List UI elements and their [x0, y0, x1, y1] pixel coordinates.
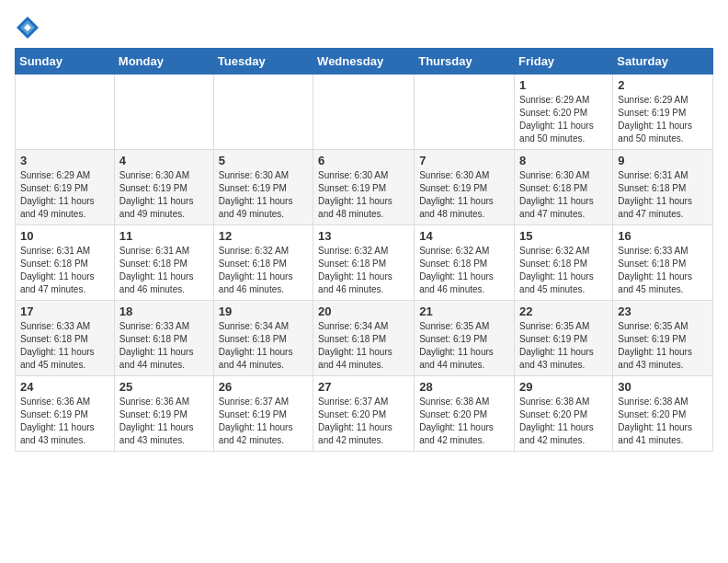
day-header-wednesday: Wednesday	[313, 49, 415, 75]
day-number: 27	[318, 380, 409, 394]
day-info: Sunrise: 6:31 AM Sunset: 6:18 PM Dayligh…	[119, 245, 209, 296]
calendar-cell: 5Sunrise: 6:30 AM Sunset: 6:19 PM Daylig…	[213, 150, 313, 225]
calendar-cell	[114, 75, 213, 150]
calendar-cell: 18Sunrise: 6:33 AM Sunset: 6:18 PM Dayli…	[114, 301, 213, 376]
week-row-4: 17Sunrise: 6:33 AM Sunset: 6:18 PM Dayli…	[16, 301, 713, 376]
calendar-cell: 30Sunrise: 6:38 AM Sunset: 6:20 PM Dayli…	[613, 376, 713, 452]
day-info: Sunrise: 6:32 AM Sunset: 6:18 PM Dayligh…	[419, 245, 509, 296]
day-info: Sunrise: 6:31 AM Sunset: 6:18 PM Dayligh…	[20, 245, 109, 296]
day-number: 7	[419, 154, 509, 167]
calendar-table: SundayMondayTuesdayWednesdayThursdayFrid…	[15, 48, 713, 452]
day-number: 16	[618, 229, 708, 243]
calendar-cell: 3Sunrise: 6:29 AM Sunset: 6:19 PM Daylig…	[16, 150, 115, 225]
day-header-monday: Monday	[114, 49, 213, 75]
day-info: Sunrise: 6:38 AM Sunset: 6:20 PM Dayligh…	[419, 396, 509, 447]
calendar-cell: 8Sunrise: 6:30 AM Sunset: 6:18 PM Daylig…	[515, 150, 613, 225]
day-info: Sunrise: 6:32 AM Sunset: 6:18 PM Dayligh…	[318, 245, 409, 296]
day-info: Sunrise: 6:30 AM Sunset: 6:19 PM Dayligh…	[119, 169, 209, 221]
day-info: Sunrise: 6:33 AM Sunset: 6:18 PM Dayligh…	[20, 320, 109, 372]
day-number: 8	[519, 154, 608, 167]
calendar-cell	[313, 75, 415, 150]
day-info: Sunrise: 6:35 AM Sunset: 6:19 PM Dayligh…	[519, 320, 608, 372]
calendar-cell: 15Sunrise: 6:32 AM Sunset: 6:18 PM Dayli…	[515, 225, 613, 301]
day-number: 19	[219, 304, 308, 318]
day-info: Sunrise: 6:38 AM Sunset: 6:20 PM Dayligh…	[519, 396, 608, 447]
day-number: 22	[519, 304, 608, 318]
day-header-tuesday: Tuesday	[213, 49, 313, 75]
calendar-cell: 9Sunrise: 6:31 AM Sunset: 6:18 PM Daylig…	[613, 150, 713, 225]
calendar-cell: 17Sunrise: 6:33 AM Sunset: 6:18 PM Dayli…	[16, 301, 115, 376]
calendar-cell: 25Sunrise: 6:36 AM Sunset: 6:19 PM Dayli…	[114, 376, 213, 452]
calendar-cell: 24Sunrise: 6:36 AM Sunset: 6:19 PM Dayli…	[16, 376, 115, 452]
day-number: 15	[519, 229, 608, 243]
calendar-header-row: SundayMondayTuesdayWednesdayThursdayFrid…	[16, 49, 713, 75]
day-number: 1	[519, 78, 608, 92]
day-info: Sunrise: 6:30 AM Sunset: 6:19 PM Dayligh…	[419, 169, 509, 221]
day-number: 14	[419, 229, 509, 243]
calendar-cell: 10Sunrise: 6:31 AM Sunset: 6:18 PM Dayli…	[16, 225, 115, 301]
day-info: Sunrise: 6:30 AM Sunset: 6:18 PM Dayligh…	[519, 169, 608, 221]
calendar-cell: 19Sunrise: 6:34 AM Sunset: 6:18 PM Dayli…	[213, 301, 313, 376]
day-number: 29	[519, 380, 608, 394]
calendar-cell: 6Sunrise: 6:30 AM Sunset: 6:19 PM Daylig…	[313, 150, 415, 225]
day-number: 3	[20, 154, 109, 167]
week-row-2: 3Sunrise: 6:29 AM Sunset: 6:19 PM Daylig…	[16, 150, 713, 225]
day-number: 5	[219, 154, 308, 167]
day-number: 28	[419, 380, 509, 394]
calendar-cell: 1Sunrise: 6:29 AM Sunset: 6:20 PM Daylig…	[515, 75, 613, 150]
day-info: Sunrise: 6:34 AM Sunset: 6:18 PM Dayligh…	[318, 320, 409, 372]
day-info: Sunrise: 6:38 AM Sunset: 6:20 PM Dayligh…	[618, 396, 708, 447]
week-row-5: 24Sunrise: 6:36 AM Sunset: 6:19 PM Dayli…	[16, 376, 713, 452]
calendar-cell: 23Sunrise: 6:35 AM Sunset: 6:19 PM Dayli…	[613, 301, 713, 376]
day-header-sunday: Sunday	[16, 49, 115, 75]
calendar-cell: 26Sunrise: 6:37 AM Sunset: 6:19 PM Dayli…	[213, 376, 313, 452]
day-header-thursday: Thursday	[415, 49, 515, 75]
calendar-cell: 4Sunrise: 6:30 AM Sunset: 6:19 PM Daylig…	[114, 150, 213, 225]
day-number: 30	[618, 380, 708, 394]
day-number: 11	[119, 229, 209, 243]
calendar-cell	[415, 75, 515, 150]
week-row-3: 10Sunrise: 6:31 AM Sunset: 6:18 PM Dayli…	[16, 225, 713, 301]
day-info: Sunrise: 6:36 AM Sunset: 6:19 PM Dayligh…	[119, 396, 209, 447]
day-info: Sunrise: 6:29 AM Sunset: 6:20 PM Dayligh…	[519, 94, 608, 145]
day-number: 12	[219, 229, 308, 243]
calendar-body: 1Sunrise: 6:29 AM Sunset: 6:20 PM Daylig…	[16, 75, 713, 452]
calendar-cell: 16Sunrise: 6:33 AM Sunset: 6:18 PM Dayli…	[613, 225, 713, 301]
logo-icon	[15, 15, 40, 40]
calendar-cell: 27Sunrise: 6:37 AM Sunset: 6:20 PM Dayli…	[313, 376, 415, 452]
day-number: 26	[219, 380, 308, 394]
day-number: 13	[318, 229, 409, 243]
page-header	[15, 15, 713, 40]
day-info: Sunrise: 6:33 AM Sunset: 6:18 PM Dayligh…	[618, 245, 708, 296]
day-info: Sunrise: 6:37 AM Sunset: 6:19 PM Dayligh…	[219, 396, 308, 447]
calendar-cell	[213, 75, 313, 150]
day-number: 2	[618, 78, 708, 92]
day-number: 25	[119, 380, 209, 394]
day-info: Sunrise: 6:35 AM Sunset: 6:19 PM Dayligh…	[419, 320, 509, 372]
calendar-cell: 11Sunrise: 6:31 AM Sunset: 6:18 PM Dayli…	[114, 225, 213, 301]
calendar-cell	[16, 75, 115, 150]
day-info: Sunrise: 6:29 AM Sunset: 6:19 PM Dayligh…	[618, 94, 708, 145]
calendar-cell: 22Sunrise: 6:35 AM Sunset: 6:19 PM Dayli…	[515, 301, 613, 376]
day-info: Sunrise: 6:31 AM Sunset: 6:18 PM Dayligh…	[618, 169, 708, 221]
day-info: Sunrise: 6:32 AM Sunset: 6:18 PM Dayligh…	[219, 245, 308, 296]
day-number: 9	[618, 154, 708, 167]
calendar-cell: 13Sunrise: 6:32 AM Sunset: 6:18 PM Dayli…	[313, 225, 415, 301]
day-info: Sunrise: 6:30 AM Sunset: 6:19 PM Dayligh…	[219, 169, 308, 221]
day-info: Sunrise: 6:34 AM Sunset: 6:18 PM Dayligh…	[219, 320, 308, 372]
day-info: Sunrise: 6:32 AM Sunset: 6:18 PM Dayligh…	[519, 245, 608, 296]
week-row-1: 1Sunrise: 6:29 AM Sunset: 6:20 PM Daylig…	[16, 75, 713, 150]
calendar-cell: 29Sunrise: 6:38 AM Sunset: 6:20 PM Dayli…	[515, 376, 613, 452]
day-number: 18	[119, 304, 209, 318]
day-header-saturday: Saturday	[613, 49, 713, 75]
day-number: 20	[318, 304, 409, 318]
day-info: Sunrise: 6:36 AM Sunset: 6:19 PM Dayligh…	[20, 396, 109, 447]
day-number: 6	[318, 154, 409, 167]
day-info: Sunrise: 6:30 AM Sunset: 6:19 PM Dayligh…	[318, 169, 409, 221]
day-info: Sunrise: 6:35 AM Sunset: 6:19 PM Dayligh…	[618, 320, 708, 372]
calendar-cell: 28Sunrise: 6:38 AM Sunset: 6:20 PM Dayli…	[415, 376, 515, 452]
day-number: 24	[20, 380, 109, 394]
calendar-cell: 14Sunrise: 6:32 AM Sunset: 6:18 PM Dayli…	[415, 225, 515, 301]
day-info: Sunrise: 6:29 AM Sunset: 6:19 PM Dayligh…	[20, 169, 109, 221]
day-number: 10	[20, 229, 109, 243]
